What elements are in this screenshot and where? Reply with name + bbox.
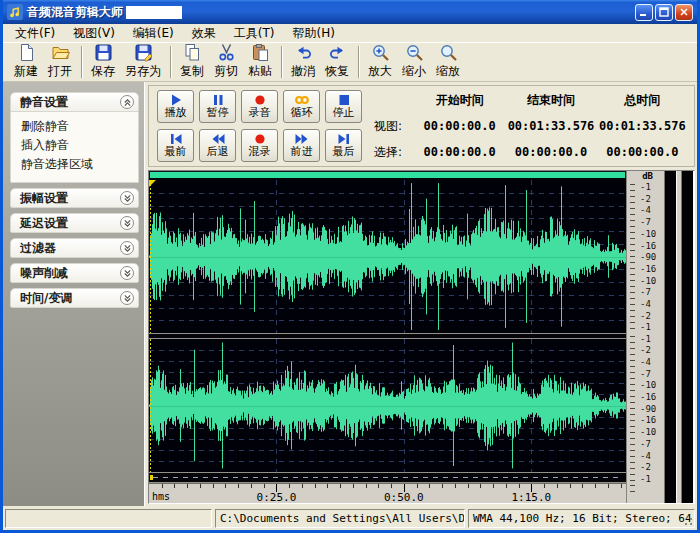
db-tick-label: -7 xyxy=(640,218,660,227)
expand-chevron-icon[interactable] xyxy=(120,291,134,305)
panel-header-filter[interactable]: 过滤器 xyxy=(10,238,139,258)
menu-item-edit[interactable]: 编辑(E) xyxy=(124,24,183,43)
undo-button[interactable]: 撤消 xyxy=(286,42,320,81)
close-button[interactable] xyxy=(675,4,693,21)
sidebar-item-insert-silence[interactable]: 插入静音 xyxy=(21,136,138,155)
db-tick-label: -1 xyxy=(640,183,660,192)
time-view-total: 00:01:33.576 xyxy=(597,119,688,133)
open-button[interactable]: 打开 xyxy=(43,42,77,81)
toolbar-separator xyxy=(358,46,359,78)
menu-item-tools[interactable]: 工具(T) xyxy=(225,24,284,43)
waveform-channel-right[interactable] xyxy=(149,339,626,472)
rewind-label: 后退 xyxy=(207,145,229,158)
menu-item-help[interactable]: 帮助(H) xyxy=(284,24,344,43)
new-button[interactable]: 新建 xyxy=(9,42,43,81)
cut-icon xyxy=(217,43,236,62)
sidebar-item-silence-selection-area[interactable]: 静音选择区域 xyxy=(21,155,138,174)
pause-icon xyxy=(210,94,226,106)
window-title: 音频混音剪辑大师 xyxy=(27,4,123,21)
statusbar: C:\Documents and Settings\All Users\Docu… xyxy=(3,506,697,530)
play-button[interactable]: 播放 xyxy=(157,90,194,123)
redo-button[interactable]: 恢复 xyxy=(320,42,354,81)
db-tick-label: -4 xyxy=(640,206,660,215)
fast-forward-button[interactable]: 前进 xyxy=(283,129,320,162)
zoomout-icon xyxy=(405,43,424,62)
main-area: 静音设置删除静音插入静音静音选择区域振幅设置延迟设置过滤器噪声削减时间/变调 播… xyxy=(3,82,697,506)
ruler-tick xyxy=(251,484,252,488)
expand-chevron-icon[interactable] xyxy=(120,216,134,230)
panel-header-delay-settings[interactable]: 延迟设置 xyxy=(10,213,139,233)
save-button[interactable]: 保存 xyxy=(86,42,120,81)
zoomout-button[interactable]: 缩小 xyxy=(397,42,431,81)
cut-button[interactable]: 剪切 xyxy=(209,42,243,81)
panel-title: 过滤器 xyxy=(20,240,56,257)
minimize-button[interactable] xyxy=(635,4,653,21)
zoomsel-button[interactable]: 缩放 xyxy=(431,42,465,81)
pause-button[interactable]: 暂停 xyxy=(199,90,236,123)
menu-item-file[interactable]: 文件(F) xyxy=(6,24,64,43)
rewind-button[interactable]: 后退 xyxy=(199,129,236,162)
ruler-tick-label: 0:50.0 xyxy=(384,491,424,504)
overview-position-bar[interactable] xyxy=(149,171,626,180)
ruler-tick xyxy=(557,484,558,488)
back-icon xyxy=(210,133,226,145)
expand-chevron-icon[interactable] xyxy=(120,191,134,205)
ruler-tick xyxy=(621,484,622,488)
redo-icon xyxy=(328,43,347,62)
maximize-button[interactable] xyxy=(655,4,673,21)
collapse-chevron-icon[interactable] xyxy=(120,95,134,109)
first-icon xyxy=(168,133,184,145)
panel-header-noise-reduction[interactable]: 噪声削减 xyxy=(10,263,139,283)
time-selection-total: 00:00:00.0 xyxy=(597,145,688,159)
new-icon xyxy=(17,43,36,62)
ruler-tick xyxy=(519,484,520,488)
saveas-button[interactable]: 另存为 xyxy=(120,42,166,81)
record-icon xyxy=(252,133,268,145)
copy-button[interactable]: 复制 xyxy=(175,42,209,81)
ruler-unit-label: hms xyxy=(152,491,170,502)
panel-header-amplitude-settings[interactable]: 振幅设置 xyxy=(10,188,139,208)
ruler-tick xyxy=(391,484,392,488)
stop-button[interactable]: 停止 xyxy=(325,90,362,123)
record-label: 录音 xyxy=(249,106,271,119)
db-tick-label: -7 xyxy=(640,288,660,297)
ruler-tick xyxy=(582,484,583,488)
loop-label: 循环 xyxy=(291,106,313,119)
time-ruler[interactable]: hms 0:25.00:50.01:15.0 xyxy=(149,483,626,503)
ruler-tick xyxy=(264,484,265,488)
transport-row-1: 播放暂停录音循环停止 xyxy=(157,90,362,123)
play-icon xyxy=(168,94,184,106)
ruler-tick xyxy=(353,484,354,488)
sidebar-item-delete-silence[interactable]: 删除静音 xyxy=(21,117,138,136)
window-controls xyxy=(635,4,693,21)
ruler-tick xyxy=(506,484,507,488)
expand-chevron-icon[interactable] xyxy=(120,241,134,255)
titlebar[interactable]: 音频混音剪辑大师 xyxy=(3,0,697,24)
status-audio-format: WMA 44,100 Hz; 16 Bit; Stereo; 64 kbps; xyxy=(468,509,695,528)
skip-end-button[interactable]: 最后 xyxy=(325,129,362,162)
waveform-channel-left[interactable] xyxy=(149,180,626,333)
expand-chevron-icon[interactable] xyxy=(120,266,134,280)
record-button[interactable]: 录音 xyxy=(241,90,278,123)
db-tick-label: -16 xyxy=(640,393,660,402)
panel-header-time-pitch[interactable]: 时间/变调 xyxy=(10,288,139,308)
menu-item-effects[interactable]: 效果 xyxy=(183,24,225,43)
mix-record-button[interactable]: 混录 xyxy=(241,129,278,162)
paste-button[interactable]: 粘贴 xyxy=(243,42,277,81)
stop-label: 停止 xyxy=(333,106,355,119)
record-icon xyxy=(252,94,268,106)
time-selection-end: 00:00:00.0 xyxy=(505,145,596,159)
level-meter-right xyxy=(681,171,694,503)
db-tick-label: -4 xyxy=(640,452,660,461)
resize-grip[interactable] xyxy=(681,514,693,526)
skip-start-button[interactable]: 最前 xyxy=(157,129,194,162)
zoomin-button[interactable]: 放大 xyxy=(363,42,397,81)
new-label: 新建 xyxy=(14,63,38,80)
play-label: 播放 xyxy=(165,106,187,119)
panel-delay-settings: 延迟设置 xyxy=(10,213,139,233)
panel-header-silence-settings[interactable]: 静音设置 xyxy=(10,92,139,112)
horizontal-scroll-strip[interactable] xyxy=(149,472,626,483)
menu-item-view[interactable]: 视图(V) xyxy=(64,24,124,43)
ruler-tick xyxy=(200,484,201,488)
loop-button[interactable]: 循环 xyxy=(283,90,320,123)
